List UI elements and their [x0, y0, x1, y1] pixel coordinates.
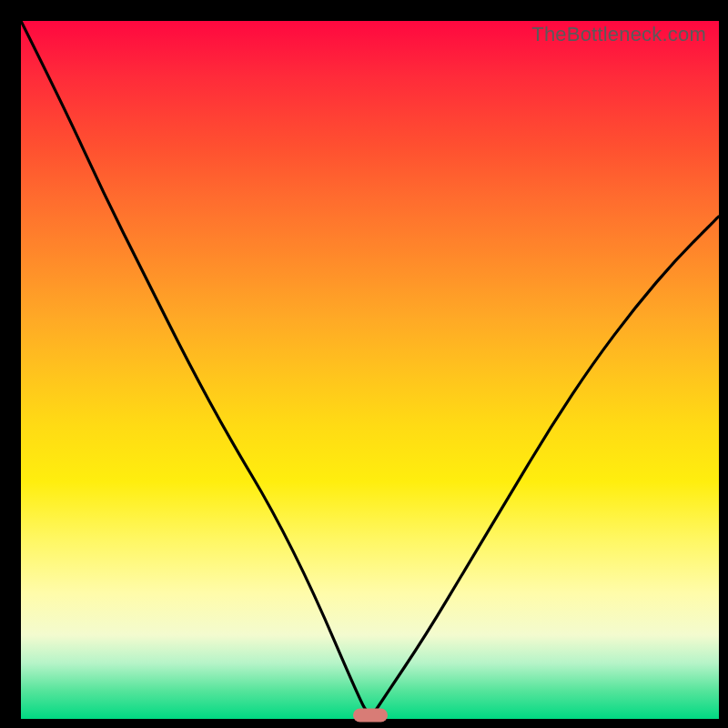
plot-area: TheBottleneck.com — [21, 21, 719, 719]
optimal-marker — [353, 709, 388, 723]
bottleneck-curve — [21, 21, 719, 719]
chart-frame: TheBottleneck.com — [0, 0, 728, 728]
watermark-text: TheBottleneck.com — [531, 23, 706, 46]
curve-path — [21, 21, 719, 713]
